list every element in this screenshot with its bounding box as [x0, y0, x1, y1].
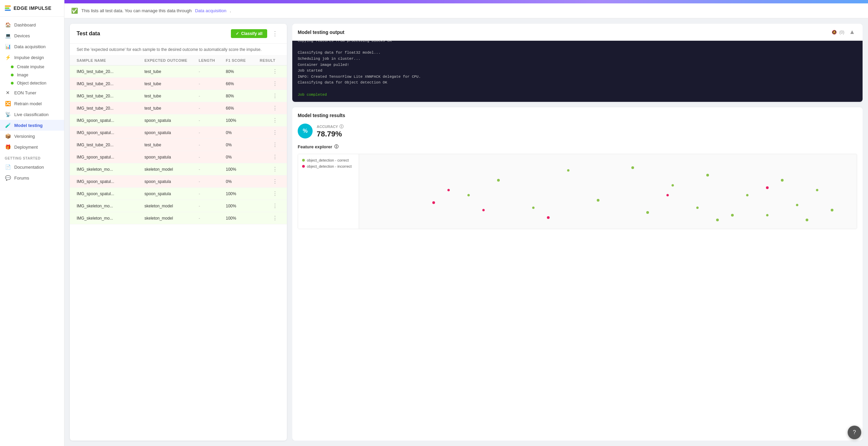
more-options-button[interactable]: ⋮: [270, 29, 280, 38]
test-table: SAMPLE NAME EXPECTED OUTCOME LENGTH F1 S…: [70, 56, 287, 441]
scatter-dot: [781, 179, 784, 182]
sidebar-item-forums[interactable]: 💬 Forums: [0, 172, 64, 183]
scatter-dot: [766, 186, 769, 189]
scatter-legend: object_detection - correct object_detect…: [298, 154, 359, 229]
log-line: Container image pulled!: [298, 62, 857, 68]
row-menu-button[interactable]: ⋮: [270, 80, 280, 87]
row-menu-button[interactable]: ⋮: [270, 190, 280, 197]
scatter-dot: [567, 169, 569, 172]
td-length: -: [199, 94, 226, 98]
table-row[interactable]: IMG_test_tube_20... test_tube - 66% ⋮: [70, 78, 287, 90]
sidebar-item-create-impulse[interactable]: Create impulse: [11, 63, 64, 71]
td-name: IMG_skeleton_mo...: [77, 167, 144, 172]
table-row[interactable]: IMG_skeleton_mo... skeleton_model - 100%…: [70, 200, 287, 212]
table-row[interactable]: IMG_test_tube_20... test_tube - 66% ⋮: [70, 102, 287, 114]
scatter-container: object_detection - correct object_detect…: [298, 154, 857, 229]
sidebar-item-label: Data acquisition: [14, 44, 46, 49]
table-row[interactable]: IMG_test_tube_20... test_tube - 80% ⋮: [70, 66, 287, 78]
td-expected: test_tube: [144, 106, 199, 111]
scatter-dot: [547, 216, 550, 219]
live-icon: 📡: [5, 112, 11, 117]
row-menu-button[interactable]: ⋮: [270, 215, 280, 221]
table-row[interactable]: IMG_spoon_spatul... spoon_spatula - 0% ⋮: [70, 175, 287, 188]
panel-subtitle: Set the 'expected outcome' for each samp…: [70, 44, 287, 56]
sidebar-item-label: Forums: [14, 175, 29, 181]
sidebar-item-data-acquisition[interactable]: 📊 Data acquisition: [0, 41, 64, 52]
row-menu-button[interactable]: ⋮: [270, 93, 280, 99]
log-line: Copying features from processing blocks …: [298, 41, 857, 44]
table-row[interactable]: IMG_test_tube_20... test_tube - 80% ⋮: [70, 90, 287, 102]
notification-count: (0): [840, 30, 845, 35]
data-acquisition-link[interactable]: Data acquisition: [195, 8, 226, 13]
row-menu-button[interactable]: ⋮: [270, 105, 280, 111]
scatter-dot: [671, 184, 674, 187]
scatter-dot: [448, 189, 450, 191]
sidebar-item-live-classification[interactable]: 📡 Live classification: [0, 109, 64, 120]
sidebar-item-impulse-design[interactable]: ⚡ Impulse design: [0, 52, 64, 63]
logo-text: EDGE IMPULSE: [14, 5, 52, 11]
info-bar: ✅ This lists all test data. You can mana…: [64, 3, 868, 18]
td-name: IMG_test_tube_20...: [77, 69, 144, 74]
accuracy-badge: %: [298, 124, 313, 138]
table-row[interactable]: IMG_spoon_spatul... spoon_spatula - 100%…: [70, 114, 287, 127]
row-menu-button[interactable]: ⋮: [270, 68, 280, 75]
table-row[interactable]: IMG_skeleton_mo... skeleton_model - 100%…: [70, 212, 287, 224]
row-menu-button[interactable]: ⋮: [270, 142, 280, 148]
td-expected: test_tube: [144, 143, 199, 147]
sidebar-item-object-detection[interactable]: Object detection: [11, 79, 64, 87]
scatter-dot: [731, 214, 734, 217]
table-row[interactable]: IMG_spoon_spatul... spoon_spatula - 100%…: [70, 188, 287, 200]
row-menu-button[interactable]: ⋮: [270, 203, 280, 209]
td-expected: spoon_spatula: [144, 130, 199, 135]
sidebar-item-deployment[interactable]: 🎁 Deployment: [0, 142, 64, 152]
accuracy-value: 78.79%: [317, 130, 343, 138]
row-menu-button[interactable]: ⋮: [270, 117, 280, 124]
table-row[interactable]: IMG_spoon_spatul... spoon_spatula - 0% ⋮: [70, 151, 287, 163]
output-collapse-button[interactable]: ▲: [847, 28, 857, 36]
sidebar-item-dashboard[interactable]: 🏠 Dashboard: [0, 19, 64, 30]
scatter-dot: [816, 189, 818, 191]
sidebar-item-image[interactable]: Image: [11, 71, 64, 79]
sidebar-item-retrain-model[interactable]: 🔀 Retrain model: [0, 98, 64, 109]
table-row[interactable]: IMG_test_tube_20... test_tube - 0% ⋮: [70, 139, 287, 151]
info-text-end: .: [230, 8, 231, 13]
dot-icon: [11, 66, 14, 68]
legend-item-correct: object_detection - correct: [302, 158, 355, 162]
sidebar-item-eon-tuner[interactable]: ✕ EON Tuner: [0, 87, 64, 98]
row-menu-button[interactable]: ⋮: [270, 129, 280, 136]
scatter-plot: [359, 154, 857, 229]
scatter-dot: [831, 209, 833, 211]
sidebar-item-documentation[interactable]: 📄 Documentation: [0, 162, 64, 172]
impulse-icon: ⚡: [5, 55, 11, 60]
feature-explorer-label: Feature explorer ⓘ: [298, 144, 857, 150]
logo-area: EDGE IMPULSE: [0, 0, 64, 17]
sidebar-item-versioning[interactable]: 📦 Versioning: [0, 131, 64, 142]
table-row[interactable]: IMG_skeleton_mo... skeleton_model - 100%…: [70, 163, 287, 175]
sidebar-item-label: Dashboard: [14, 22, 36, 27]
td-length: -: [199, 118, 226, 123]
row-menu-button[interactable]: ⋮: [270, 166, 280, 172]
row-menu-button[interactable]: ⋮: [270, 178, 280, 185]
log-line: Job completed: [298, 92, 857, 98]
td-length: -: [199, 155, 226, 160]
help-button[interactable]: ?: [848, 426, 861, 439]
td-expected: test_tube: [144, 94, 199, 98]
td-expected: skeleton_model: [144, 204, 199, 208]
row-menu-button[interactable]: ⋮: [270, 154, 280, 160]
log-line: INFO: Created TensorFlow Lite XNNPACK de…: [298, 74, 857, 80]
panel-title: Test data: [77, 31, 100, 37]
right-panel: Model testing output 🔕 (0) ▲ Copying fea…: [292, 24, 863, 441]
output-actions: 🔕 (0) ▲: [832, 28, 857, 36]
td-expected: spoon_spatula: [144, 118, 199, 123]
scatter-dot: [796, 204, 798, 206]
classify-all-button[interactable]: ✓ Classify all: [231, 29, 267, 38]
td-f1: 100%: [226, 118, 260, 123]
scatter-dot: [667, 194, 669, 197]
td-length: -: [199, 130, 226, 135]
sidebar-item-model-testing[interactable]: 🧪 Model testing: [0, 120, 64, 131]
table-row[interactable]: IMG_spoon_spatul... spoon_spatula - 0% ⋮: [70, 127, 287, 139]
td-name: IMG_test_tube_20...: [77, 94, 144, 98]
log-line: Job started: [298, 68, 857, 74]
scatter-dot: [696, 207, 699, 209]
sidebar-item-devices[interactable]: 💻 Devices: [0, 30, 64, 41]
